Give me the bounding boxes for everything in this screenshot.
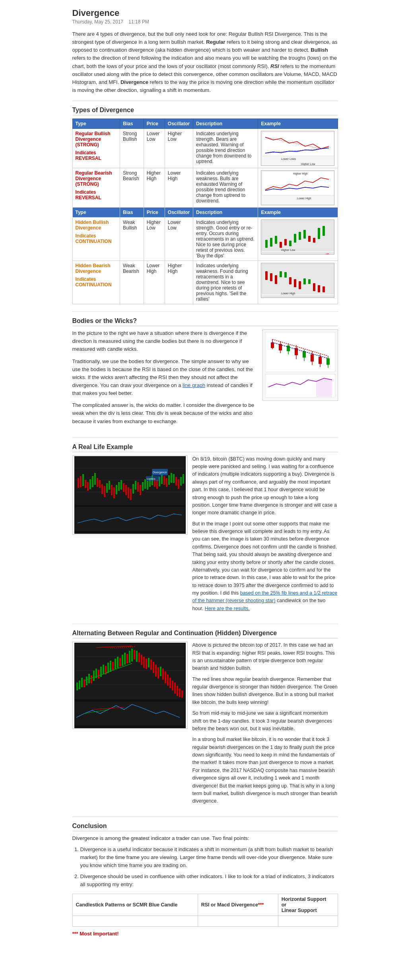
- svg-rect-171: [179, 688, 181, 697]
- svg-rect-169: [174, 682, 176, 694]
- svg-rect-77: [87, 482, 89, 491]
- col-description: Description: [193, 119, 258, 129]
- svg-rect-149: [126, 654, 128, 663]
- entry-cell-1: [72, 916, 198, 926]
- entry-col-2: RSI or Macd Divergence***: [198, 894, 278, 916]
- real-life-para2: But in the image I point out some other …: [192, 520, 338, 613]
- type-label: Hidden Bullish Divergence: [76, 220, 109, 231]
- svg-rect-92: [123, 483, 124, 492]
- bodies-para3: The complicated answer is, the wicks do …: [72, 401, 258, 425]
- svg-rect-40: [313, 283, 315, 291]
- svg-rect-15: [280, 242, 282, 248]
- svg-rect-42: [323, 286, 325, 292]
- stars-2: ***: [258, 902, 264, 908]
- col-example: Example: [258, 119, 338, 129]
- svg-rect-31: [270, 273, 272, 281]
- svg-rect-152: [134, 650, 135, 659]
- svg-rect-33: [280, 271, 282, 277]
- svg-rect-18: [294, 234, 296, 243]
- results-link[interactable]: Here are the results.: [205, 606, 250, 611]
- alt-para1: Above is pictured the bitcoin top of 201…: [192, 642, 338, 673]
- svg-rect-36: [294, 279, 296, 287]
- most-important-label: *** Most Important!: [72, 930, 338, 938]
- page-date: Thursday, May 25, 2017: [72, 19, 124, 25]
- svg-rect-156: [143, 657, 145, 668]
- svg-rect-81: [97, 478, 98, 487]
- svg-rect-154: [138, 653, 140, 662]
- alt-text: Above is pictured the bitcoin top of 201…: [192, 642, 338, 809]
- alt-chart: [72, 642, 188, 729]
- bodies-section: In the picture to the right we have a si…: [72, 329, 338, 430]
- svg-rect-7: [262, 171, 334, 195]
- most-important-stars: *** Most Important!: [72, 931, 119, 937]
- svg-rect-148: [124, 653, 126, 665]
- svg-rect-139: [103, 665, 104, 674]
- price-cell: Higher Low: [144, 218, 165, 261]
- svg-rect-84: [104, 486, 105, 497]
- svg-rect-147: [122, 655, 123, 666]
- type-label: Regular Bullish Divergence (STRONG): [76, 131, 111, 148]
- col-osc-2: Oscillator: [165, 208, 193, 218]
- svg-rect-79: [92, 476, 93, 487]
- divider-4: [72, 624, 338, 624]
- svg-rect-153: [136, 651, 138, 662]
- line-graph-link[interactable]: line graph: [183, 382, 205, 388]
- svg-rect-39: [308, 279, 311, 284]
- fib-link[interactable]: based on the 25% fib lines and a 1/2 ret…: [192, 590, 338, 603]
- svg-rect-111: [168, 475, 170, 485]
- alternating-title: Alternating Between Regular and Continua…: [72, 630, 338, 638]
- alt-para3: So from mid-may to mid-june we saw a sig…: [192, 710, 338, 733]
- svg-rect-93: [125, 485, 127, 495]
- example-cell: Lower High Higher High: [258, 261, 338, 304]
- svg-marker-67: [316, 378, 332, 397]
- svg-rect-164: [162, 669, 164, 680]
- svg-rect-21: [308, 236, 311, 242]
- svg-rect-53: [287, 346, 290, 351]
- svg-rect-19: [299, 232, 301, 240]
- col-type: Type: [72, 119, 120, 129]
- table-row-header-2: Type Bias Price Oscillator Description E…: [72, 208, 338, 218]
- bias-cell: Weak Bearish: [120, 261, 144, 304]
- divergence-table: Type Bias Price Oscillator Description E…: [72, 119, 338, 304]
- oscillator-cell: Higher Low: [165, 129, 193, 168]
- svg-rect-160: [153, 662, 154, 673]
- oscillator-cell: Lower Low: [165, 218, 193, 261]
- col-bias-2: Bias: [120, 208, 144, 218]
- svg-rect-89: [116, 485, 117, 494]
- col-bias: Bias: [120, 119, 144, 129]
- entry-col-3: Horizontal SupportorLinear Support: [278, 894, 338, 916]
- svg-rect-85: [106, 483, 108, 493]
- bodies-chart-col: [262, 329, 338, 430]
- svg-rect-144: [115, 659, 116, 669]
- svg-rect-37: [299, 281, 301, 289]
- indicates-label: Indicates CONTINUATION: [76, 233, 117, 244]
- chart-image-3: Higher Low Lower Low: [261, 220, 334, 255]
- svg-rect-170: [177, 686, 178, 696]
- svg-rect-25: [262, 253, 334, 255]
- bodies-section-title: Bodies or the Wicks?: [72, 317, 338, 326]
- table-row: Hidden Bearish Divergence Indicates CONT…: [72, 261, 338, 304]
- divider-2: [72, 311, 338, 312]
- indicates-label: Indicates REVERSAL: [76, 150, 117, 161]
- svg-rect-41: [318, 285, 320, 292]
- svg-rect-87: [111, 485, 113, 495]
- svg-rect-137: [98, 670, 99, 679]
- svg-rect-63: [326, 358, 330, 365]
- example-cell: Higher High Lower High: [258, 168, 338, 208]
- indicates-label: Indicates CONTINUATION: [76, 276, 117, 288]
- svg-rect-38: [303, 278, 306, 284]
- svg-rect-135: [93, 671, 95, 681]
- col-ex-2: Example: [258, 208, 338, 218]
- svg-rect-90: [118, 482, 120, 491]
- example-two-col: Divergence Confirm On 8/19, bitcoin ($BT…: [72, 455, 338, 616]
- oscillator-cell: Higher High: [165, 261, 193, 304]
- svg-rect-163: [160, 667, 161, 676]
- page-time: 11:18 PM: [128, 19, 149, 25]
- svg-rect-117: [183, 474, 184, 484]
- svg-rect-162: [157, 667, 159, 679]
- svg-rect-43: [262, 296, 334, 298]
- alt-two-col: Above is pictured the bitcoin top of 201…: [72, 642, 338, 809]
- svg-rect-59: [311, 354, 314, 362]
- svg-text:Divergence: Divergence: [153, 471, 167, 474]
- alternating-section: Above is pictured the bitcoin top of 201…: [72, 642, 338, 809]
